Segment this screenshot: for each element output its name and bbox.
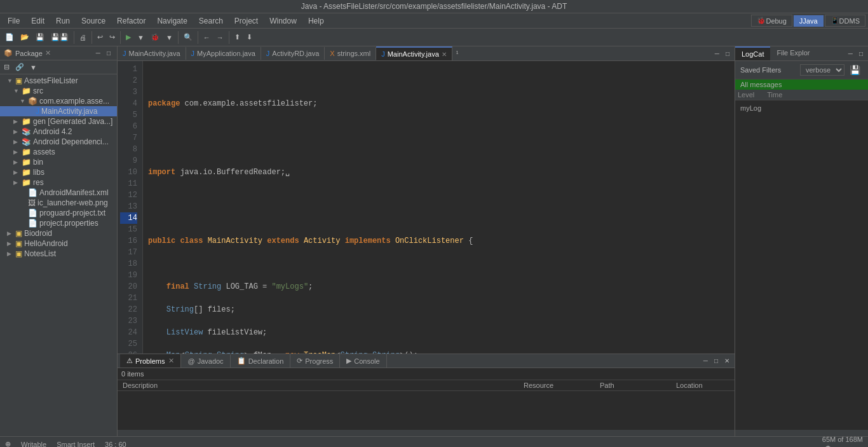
tab-console[interactable]: ▶ Console <box>340 354 386 368</box>
prev-edit-btn[interactable]: ⬆ <box>232 32 243 43</box>
debug-perspective-tab[interactable]: 🐞 Debug <box>751 15 792 27</box>
menu-help[interactable]: Help <box>303 15 329 27</box>
next-edit-btn[interactable]: ⬇ <box>244 32 255 43</box>
package-title: Package <box>15 50 43 57</box>
tree-item-projectprops[interactable]: 📄 project.properties <box>0 218 117 228</box>
minimize-package-btn[interactable]: ─ <box>93 48 103 58</box>
java-perspective-tab[interactable]: J Java <box>794 15 824 27</box>
tree-item-mainactivity[interactable]: J MainActivity.java <box>0 106 117 116</box>
maximize-right-btn[interactable]: □ <box>857 49 865 58</box>
package-scrollbar[interactable] <box>0 430 117 436</box>
menu-window[interactable]: Window <box>264 15 302 27</box>
run-btn[interactable]: ▶ <box>123 32 133 43</box>
item-count: 0 items <box>118 368 735 380</box>
ddms-perspective-tab[interactable]: 📱 DDMS <box>825 15 865 27</box>
status-new-btn[interactable]: ⊕ <box>5 440 11 447</box>
tab-progress[interactable]: ⟳ Progress <box>290 354 340 368</box>
tree-item-android42[interactable]: ▶ 📚 Android 4.2 <box>0 127 117 137</box>
tree-item-noteslist[interactable]: ▶ ▣ NotesList <box>0 249 117 259</box>
new-btn[interactable]: 📄 <box>3 32 17 43</box>
close-tab-icon[interactable]: ✕ <box>442 51 447 58</box>
tree-item-android-dep[interactable]: ▶ 📚 Android Dependenci... <box>0 137 117 147</box>
package-close-icon[interactable]: ✕ <box>45 49 51 57</box>
package-toolbar: ⊟ 🔗 ▼ <box>0 60 117 74</box>
menu-refactor[interactable]: Refactor <box>112 15 151 27</box>
writable-status: Writable <box>21 441 46 448</box>
tab-myapplication[interactable]: J MyApplication.java <box>186 47 261 60</box>
tree-item-biodroid[interactable]: ▶ ▣ Biodroid <box>0 228 117 238</box>
collapse-all-btn[interactable]: ⊟ <box>1 62 12 72</box>
minimize-bottom-btn[interactable]: ─ <box>701 356 710 366</box>
tree-item-libs[interactable]: ▶ 📁 libs <box>0 167 117 177</box>
menu-search[interactable]: Search <box>194 15 228 27</box>
code-editor[interactable]: 12345 678910 1112131415 1617181920 21222… <box>118 61 735 354</box>
tab-file-explorer[interactable]: File Explor <box>770 46 816 60</box>
print-btn[interactable]: 🖨 <box>77 32 89 43</box>
menu-edit[interactable]: Edit <box>26 15 50 27</box>
saved-filters-label: Saved Filters <box>740 66 781 74</box>
maximize-editor-btn[interactable]: □ <box>723 49 732 58</box>
tree-item-proguard[interactable]: 📄 proguard-project.txt <box>0 208 117 218</box>
problems-close-icon[interactable]: ✕ <box>168 357 174 365</box>
pkg-menu-btn[interactable]: ▼ <box>27 62 39 72</box>
redo-btn[interactable]: ↪ <box>107 32 118 43</box>
fwd-btn[interactable]: → <box>214 32 226 43</box>
tree-item-assets[interactable]: ▶ 📁 assets <box>0 147 117 157</box>
save-all-btn[interactable]: 💾💾 <box>48 32 71 43</box>
maximize-package-btn[interactable]: □ <box>104 48 113 58</box>
tree-item-src[interactable]: ▼ 📁 src <box>0 86 117 96</box>
save-btn[interactable]: 💾 <box>33 32 47 43</box>
tree-item-assetsfilelister[interactable]: ▼ ▣ AssetsFileLister <box>0 76 117 86</box>
tree-item-com-example[interactable]: ▼ 📦 com.example.asse... <box>0 96 117 106</box>
minimize-right-btn[interactable]: ─ <box>846 49 855 58</box>
tree-item-gen[interactable]: ▶ 📁 gen [Generated Java...] <box>0 116 117 127</box>
package-tree: ▼ ▣ AssetsFileLister ▼ 📁 src ▼ 📦 com.exa… <box>0 74 117 430</box>
tree-item-iclauncher[interactable]: 🖼 ic_launcher-web.png <box>0 198 117 208</box>
package-panel: 📦 Package ✕ ─ □ ⊟ 🔗 ▼ ▼ ▣ AssetsFileList… <box>0 46 118 436</box>
save-filter-btn[interactable]: 💾 <box>847 64 863 76</box>
tab-activityrd[interactable]: J ActivityRD.java <box>261 47 325 60</box>
filter-controls: verbose 💾 <box>800 64 863 76</box>
run-dd-btn[interactable]: ▼ <box>135 32 147 43</box>
maximize-bottom-btn[interactable]: □ <box>712 356 721 366</box>
javadoc-icon: @ <box>187 357 194 365</box>
open-btn[interactable]: 📂 <box>18 32 32 43</box>
col-description: Description <box>118 380 519 390</box>
bottom-panel: ⚠ Problems ✕ @ Javadoc 📋 Declaration ⟳ P… <box>118 354 735 430</box>
tab-mainactivity-1[interactable]: J MainActivity.java <box>118 47 186 60</box>
tree-item-androidmanifest[interactable]: 📄 AndroidManifest.xml <box>0 188 117 198</box>
menu-run[interactable]: Run <box>51 15 75 27</box>
bottom-content: 0 items Description Resource Path Locati… <box>118 368 735 430</box>
log-entry-mylog: myLog <box>738 103 865 113</box>
tab-stringsxml[interactable]: X strings.xml <box>325 47 376 60</box>
search-btn[interactable]: 🔍 <box>181 32 195 43</box>
tab-mainactivity-active[interactable]: J MainActivity.java ✕ <box>376 46 452 60</box>
tab-declaration[interactable]: 📋 Declaration <box>231 354 291 368</box>
debug-btn[interactable]: 🐞 <box>148 32 162 43</box>
menu-source[interactable]: Source <box>76 15 111 27</box>
gc-btn[interactable]: 🗑 <box>822 443 834 448</box>
debug-dd-btn[interactable]: ▼ <box>163 32 175 43</box>
menu-navigate[interactable]: Navigate <box>152 15 192 27</box>
menu-file[interactable]: File <box>3 15 25 27</box>
tab-javadoc[interactable]: @ Javadoc <box>181 355 230 368</box>
tree-item-bin[interactable]: ▶ 📁 bin <box>0 157 117 167</box>
bottom-tab-bar: ⚠ Problems ✕ @ Javadoc 📋 Declaration ⟳ P… <box>118 354 735 368</box>
minimize-editor-btn[interactable]: ─ <box>712 49 722 58</box>
link-with-editor-btn[interactable]: 🔗 <box>13 62 27 72</box>
tab-logcat[interactable]: LogCat <box>735 46 770 60</box>
back-btn[interactable]: ← <box>201 32 213 43</box>
close-bottom-btn[interactable]: ✕ <box>722 356 732 366</box>
logcat-panel: LogCat File Explor ─ □ Saved Filters ver… <box>735 46 868 436</box>
menu-project[interactable]: Project <box>229 15 263 27</box>
all-messages-filter[interactable]: All messages <box>735 79 868 90</box>
level-col: Level <box>738 91 754 99</box>
tab-problems[interactable]: ⚠ Problems ✕ <box>120 354 181 368</box>
menu-bar: File Edit Run Source Refactor Navigate S… <box>0 13 868 29</box>
code-content[interactable]: package com.example.assetsfilelister; im… <box>143 61 735 354</box>
verbose-select[interactable]: verbose <box>800 64 844 76</box>
undo-btn[interactable]: ↩ <box>95 32 105 43</box>
tree-item-helloandroid[interactable]: ▶ ▣ HelloAndroid <box>0 238 117 249</box>
editor-scrollbar-h[interactable] <box>118 430 735 436</box>
tree-item-res[interactable]: ▶ 📁 res <box>0 177 117 188</box>
